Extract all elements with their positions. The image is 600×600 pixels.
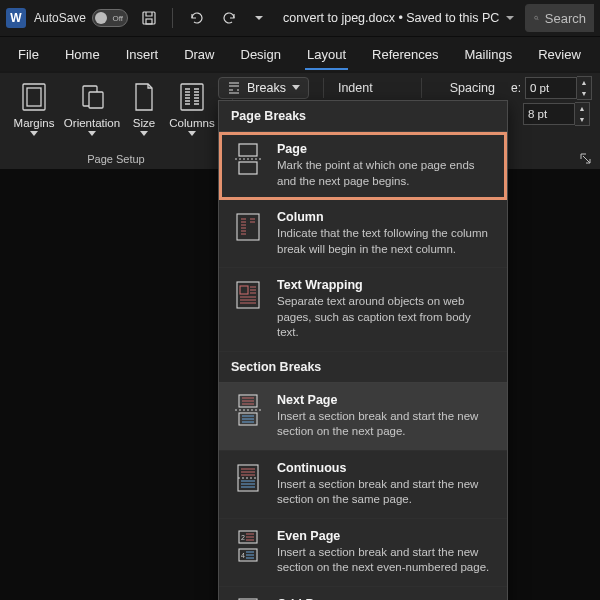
- size-button[interactable]: Size: [124, 77, 164, 137]
- text-wrapping-icon: [231, 278, 265, 312]
- page-break-icon: [231, 142, 265, 176]
- tab-insert[interactable]: Insert: [114, 41, 171, 68]
- menu-item-text-wrapping[interactable]: Text Wrapping Separate text around objec…: [219, 268, 507, 352]
- search-box[interactable]: Search: [525, 4, 594, 32]
- menu-item-desc: Mark the point at which one page ends an…: [277, 158, 495, 189]
- svg-text:2: 2: [241, 534, 245, 541]
- tab-home[interactable]: Home: [53, 41, 112, 68]
- chevron-down-icon: [505, 13, 515, 23]
- tab-file[interactable]: File: [6, 41, 51, 68]
- autosave-label: AutoSave: [34, 11, 86, 25]
- chevron-down-icon[interactable]: ▼: [575, 114, 589, 125]
- svg-rect-7: [181, 84, 203, 110]
- menu-item-continuous[interactable]: Continuous Insert a section break and st…: [219, 451, 507, 519]
- chevron-down-icon: [88, 131, 96, 137]
- next-page-break-icon: [231, 393, 265, 427]
- spacing-before-value[interactable]: 0 pt: [525, 77, 577, 99]
- margins-icon: [16, 79, 52, 115]
- chevron-up-icon[interactable]: ▲: [575, 103, 589, 114]
- autosave[interactable]: AutoSave Off: [34, 9, 128, 27]
- autosave-state: Off: [113, 14, 124, 23]
- svg-rect-9: [239, 162, 257, 174]
- qa-chevron-down-icon[interactable]: [251, 5, 267, 31]
- document-title-text: convert to jpeg.docx • Saved to this PC: [283, 11, 499, 25]
- tab-design[interactable]: Design: [229, 41, 293, 68]
- svg-rect-8: [239, 144, 257, 156]
- spacing-after-value[interactable]: 8 pt: [523, 103, 575, 125]
- spacing-before-suffix: e:: [511, 81, 521, 95]
- qa-separator: [172, 8, 173, 28]
- menu-item-column[interactable]: Column Indicate that the text following …: [219, 200, 507, 268]
- menu-item-desc: Indicate that the text following the col…: [277, 226, 495, 257]
- save-icon[interactable]: [136, 5, 162, 31]
- spinner-arrows[interactable]: ▲▼: [577, 76, 592, 100]
- spacing-after[interactable]: 8 pt ▲▼: [523, 103, 592, 125]
- tab-mailings[interactable]: Mailings: [453, 41, 525, 68]
- menu-item-desc: Insert a section break and start the new…: [277, 545, 495, 576]
- search-icon: [534, 11, 539, 25]
- spacing-before[interactable]: e: 0 pt ▲▼: [511, 77, 592, 99]
- chevron-down-icon: [140, 131, 148, 137]
- tab-view[interactable]: View: [595, 41, 600, 68]
- svg-text:4: 4: [241, 552, 245, 559]
- margins-button[interactable]: Margins: [8, 77, 60, 137]
- chevron-down-icon: [292, 85, 300, 91]
- size-icon: [126, 79, 162, 115]
- columns-label: Columns: [169, 117, 214, 129]
- tab-draw[interactable]: Draw: [172, 41, 226, 68]
- svg-rect-12: [240, 286, 248, 294]
- chevron-down-icon[interactable]: ▼: [577, 88, 591, 99]
- ribbon-separator: [323, 78, 324, 98]
- tab-layout[interactable]: Layout: [295, 41, 358, 68]
- autosave-toggle[interactable]: Off: [92, 9, 128, 27]
- word-app-icon: W: [6, 8, 26, 28]
- redo-icon[interactable]: [217, 5, 243, 31]
- chevron-up-icon[interactable]: ▲: [577, 77, 591, 88]
- spinner-arrows[interactable]: ▲▼: [575, 102, 590, 126]
- size-label: Size: [133, 117, 155, 129]
- svg-rect-10: [237, 214, 259, 240]
- menu-item-title: Even Page: [277, 529, 495, 543]
- dialog-launcher-icon[interactable]: [578, 151, 592, 165]
- menu-item-title: Page: [277, 142, 495, 156]
- menu-item-title: Column: [277, 210, 495, 224]
- menu-header-section-breaks: Section Breaks: [219, 352, 507, 383]
- spacing-spinners: e: 0 pt ▲▼ 8 pt ▲▼: [511, 77, 592, 125]
- ribbon-separator: [421, 78, 422, 98]
- columns-button[interactable]: Columns: [166, 77, 218, 137]
- group-label-page-setup: Page Setup: [8, 153, 224, 167]
- group-page-setup: Margins Orientation Size: [0, 73, 232, 169]
- undo-icon[interactable]: [183, 5, 209, 31]
- menu-item-even-page[interactable]: 2 4 Even Page Insert a section break and…: [219, 519, 507, 587]
- menu-item-title: Continuous: [277, 461, 495, 475]
- svg-rect-0: [143, 12, 155, 24]
- breaks-button[interactable]: Breaks: [218, 77, 309, 99]
- orientation-icon: [74, 79, 110, 115]
- breaks-icon: [227, 81, 241, 95]
- menu-item-title: Text Wrapping: [277, 278, 495, 292]
- spacing-label: Spacing: [450, 81, 495, 95]
- document-title[interactable]: convert to jpeg.docx • Saved to this PC: [283, 11, 515, 25]
- menu-header-page-breaks: Page Breaks: [219, 101, 507, 132]
- menu-item-next-page[interactable]: Next Page Insert a section break and sta…: [219, 383, 507, 451]
- chevron-down-icon: [188, 131, 196, 137]
- indent-label: Indent: [338, 81, 373, 95]
- breaks-menu: Page Breaks Page Mark the point at which…: [218, 100, 508, 600]
- menu-item-desc: Insert a section break and start the new…: [277, 409, 495, 440]
- orientation-button[interactable]: Orientation: [62, 77, 122, 137]
- tab-references[interactable]: References: [360, 41, 450, 68]
- menu-item-page[interactable]: Page Mark the point at which one page en…: [219, 132, 507, 200]
- title-bar: W AutoSave Off convert to jpeg.docx • Sa…: [0, 0, 600, 37]
- menu-item-desc: Insert a section break and start the new…: [277, 477, 495, 508]
- menu-item-title: Next Page: [277, 393, 495, 407]
- svg-point-2: [535, 16, 538, 19]
- svg-rect-1: [146, 19, 152, 24]
- even-page-break-icon: 2 4: [231, 529, 265, 563]
- menu-item-odd-page[interactable]: 1 3 Odd Page Insert a section break and …: [219, 587, 507, 600]
- margins-label: Margins: [14, 117, 55, 129]
- svg-rect-6: [89, 92, 103, 108]
- search-placeholder: Search: [545, 11, 586, 26]
- tab-review[interactable]: Review: [526, 41, 593, 68]
- chevron-down-icon: [30, 131, 38, 137]
- menu-item-desc: Separate text around objects on web page…: [277, 294, 495, 341]
